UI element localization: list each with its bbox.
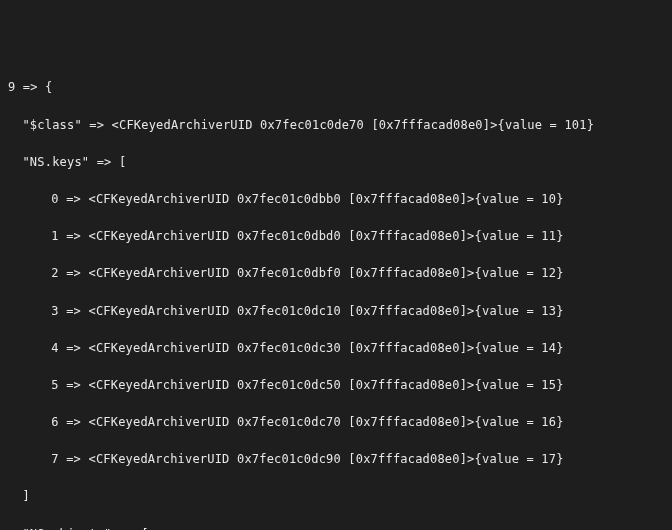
- ns-keys-item: 1 => <CFKeyedArchiverUID 0x7fec01c0dbd0 …: [8, 227, 664, 246]
- class-line: "$class" => <CFKeyedArchiverUID 0x7fec01…: [8, 116, 664, 135]
- ns-keys-open: "NS.keys" => [: [8, 153, 664, 172]
- ns-keys-item: 5 => <CFKeyedArchiverUID 0x7fec01c0dc50 …: [8, 376, 664, 395]
- dict-open: 9 => {: [8, 78, 664, 97]
- ns-keys-item: 6 => <CFKeyedArchiverUID 0x7fec01c0dc70 …: [8, 413, 664, 432]
- ns-keys-item: 0 => <CFKeyedArchiverUID 0x7fec01c0dbb0 …: [8, 190, 664, 209]
- ns-keys-item: 2 => <CFKeyedArchiverUID 0x7fec01c0dbf0 …: [8, 264, 664, 283]
- ns-keys-item: 4 => <CFKeyedArchiverUID 0x7fec01c0dc30 …: [8, 339, 664, 358]
- ns-keys-close: ]: [8, 487, 664, 506]
- ns-objects-open: "NS.objects" => [: [8, 525, 664, 530]
- ns-keys-item: 7 => <CFKeyedArchiverUID 0x7fec01c0dc90 …: [8, 450, 664, 469]
- ns-keys-item: 3 => <CFKeyedArchiverUID 0x7fec01c0dc10 …: [8, 302, 664, 321]
